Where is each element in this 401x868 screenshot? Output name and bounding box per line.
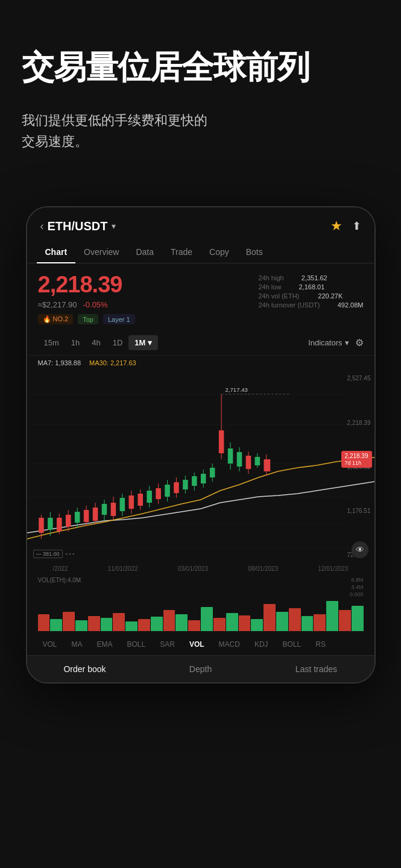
bottom-tabs: Order book Depth Last trades bbox=[27, 655, 374, 682]
ma30-label: MA30: 2,217.63 bbox=[89, 359, 136, 366]
svg-rect-7 bbox=[39, 518, 44, 533]
ind-tab-vol2[interactable]: VOL bbox=[182, 637, 212, 652]
stat-row-low: 24h low 2,168.01 bbox=[258, 283, 363, 291]
pair-symbol[interactable]: ETH/USDT bbox=[48, 219, 108, 233]
current-price-badge: 2,218.397d 11h bbox=[341, 451, 372, 468]
tab-bots[interactable]: Bots bbox=[238, 241, 271, 263]
stat-label-vol-eth: 24h vol (ETH) bbox=[258, 292, 299, 300]
vol-bar bbox=[302, 616, 314, 631]
ind-tab-ma[interactable]: MA bbox=[65, 637, 90, 652]
y-label-2: 2,218.39 bbox=[347, 420, 371, 426]
svg-rect-25 bbox=[119, 498, 125, 511]
share-icon[interactable]: ⬆ bbox=[352, 219, 361, 233]
time-15m[interactable]: 15m bbox=[38, 335, 65, 350]
svg-rect-33 bbox=[156, 488, 161, 499]
svg-text:2,717.43: 2,717.43 bbox=[225, 388, 247, 394]
svg-rect-13 bbox=[66, 515, 71, 527]
vol-bar bbox=[213, 618, 226, 631]
vol-bar bbox=[264, 604, 276, 631]
stat-value-vol-eth: 220.27K bbox=[306, 292, 343, 300]
price-sub: ≈$2,217.90 -0.05% bbox=[38, 300, 122, 309]
svg-rect-45 bbox=[209, 468, 215, 477]
chart-settings-icon[interactable]: ⚙ bbox=[355, 337, 364, 348]
chart-eye-button[interactable]: 👁 bbox=[352, 541, 368, 558]
ind-tab-sar[interactable]: SAR bbox=[153, 637, 182, 652]
svg-rect-35 bbox=[165, 485, 170, 497]
time-1m[interactable]: 1M ▾ bbox=[128, 335, 158, 350]
vol-bar bbox=[163, 610, 175, 631]
ind-tab-boll2[interactable]: BOLL bbox=[276, 637, 309, 652]
vol-bar bbox=[75, 620, 87, 631]
vol-bar bbox=[276, 612, 288, 631]
price-stats-row: 2,218.39 ≈$2,217.90 -0.05% 24h high 2,35… bbox=[27, 263, 374, 314]
bottom-tab-orderbook[interactable]: Order book bbox=[27, 656, 143, 682]
price-usd: ≈$2,217.90 bbox=[38, 300, 77, 309]
stat-value-turnover: 492.08M bbox=[327, 301, 364, 309]
svg-rect-41 bbox=[192, 476, 197, 486]
tab-data[interactable]: Data bbox=[127, 241, 162, 263]
svg-rect-29 bbox=[137, 494, 143, 506]
indicator-tabs: VOL MA EMA BOLL SAR VOL MACD KDJ BOLL RS bbox=[27, 634, 374, 655]
ind-tab-ema[interactable]: EMA bbox=[90, 637, 120, 652]
ind-tab-kdj[interactable]: KDJ bbox=[247, 637, 276, 652]
date-label-2: 11/01/2022 bbox=[108, 565, 138, 572]
phone-inner: ‹ ETH/USDT ▾ ★ ⬆ Chart Overview Data Tra… bbox=[27, 207, 374, 682]
chart-tabs: Chart Overview Data Trade Copy Bots bbox=[27, 241, 374, 263]
vol-y-zero: 0.000 bbox=[350, 591, 364, 597]
tab-overview[interactable]: Overview bbox=[75, 241, 127, 263]
bottom-price-row: — 381.00 ▪ ▪ ▪ bbox=[33, 550, 75, 558]
svg-rect-37 bbox=[174, 482, 179, 493]
favorite-icon[interactable]: ★ bbox=[330, 218, 343, 234]
stat-value-low: 2,168.01 bbox=[288, 283, 324, 291]
svg-rect-49 bbox=[227, 448, 233, 464]
tag-layer1[interactable]: Layer 1 bbox=[103, 314, 135, 324]
vol-bar bbox=[188, 620, 200, 631]
tab-trade[interactable]: Trade bbox=[162, 241, 201, 263]
vol-bar bbox=[314, 614, 326, 631]
time-4h[interactable]: 4h bbox=[86, 335, 106, 350]
ma-row: MA7: 1,938.88 MA30: 2,217.63 bbox=[27, 356, 374, 370]
hero-title: 交易量位居全球前列 bbox=[22, 48, 379, 86]
chart-area: 2,717.43 2,527.45 2,218.39 1,626.82 1,17… bbox=[27, 370, 374, 563]
time-1d[interactable]: 1D bbox=[107, 335, 129, 350]
ind-tab-vol[interactable]: VOL bbox=[36, 637, 65, 652]
tag-top[interactable]: Top bbox=[78, 314, 98, 324]
ind-tab-macd[interactable]: MACD bbox=[212, 637, 247, 652]
vol-label: VOL(ETH):4.0M bbox=[38, 577, 81, 583]
vol-bar bbox=[38, 614, 50, 631]
vol-bar bbox=[339, 610, 351, 631]
tab-chart[interactable]: Chart bbox=[37, 241, 76, 263]
ind-tab-rs[interactable]: RS bbox=[308, 637, 333, 652]
tab-copy[interactable]: Copy bbox=[201, 241, 238, 263]
vol-bar bbox=[326, 601, 338, 631]
vol-bar bbox=[63, 612, 75, 631]
svg-rect-23 bbox=[110, 503, 116, 516]
vol-y-high: 6.8M bbox=[351, 577, 363, 583]
indicators-button[interactable]: Indicators ▾ bbox=[308, 338, 349, 347]
bottom-tab-depth[interactable]: Depth bbox=[143, 656, 259, 682]
date-label-3: 03/01/2023 bbox=[178, 565, 208, 572]
back-arrow-icon[interactable]: ‹ bbox=[40, 220, 44, 233]
ind-tab-boll[interactable]: BOLL bbox=[120, 637, 153, 652]
stat-row-vol-eth: 24h vol (ETH) 220.27K bbox=[258, 292, 363, 300]
svg-rect-15 bbox=[74, 512, 80, 523]
vol-bar bbox=[113, 613, 125, 631]
hero-section: 交易量位居全球前列 我们提供更低的手续费和更快的交易速度。 bbox=[0, 0, 401, 176]
volume-section: VOL(ETH):4.0M 6.8M 3.4M 0.000 bbox=[27, 574, 374, 634]
time-1h[interactable]: 1h bbox=[65, 335, 86, 350]
pair-dropdown-icon[interactable]: ▾ bbox=[112, 221, 116, 231]
svg-rect-43 bbox=[201, 474, 206, 483]
tag-no2[interactable]: 🔥 NO.2 bbox=[38, 314, 74, 324]
stat-label-turnover: 24h turnover (USDT) bbox=[258, 301, 320, 309]
price-main: 2,218.39 bbox=[38, 272, 122, 298]
stat-value-high: 2,351.62 bbox=[291, 274, 327, 281]
y-label-1: 2,527.45 bbox=[347, 375, 371, 382]
date-labels: /2022 11/01/2022 03/01/2023 08/01/2023 1… bbox=[27, 563, 374, 574]
stat-label-high: 24h high bbox=[258, 274, 283, 281]
phone-mockup: ‹ ETH/USDT ▾ ★ ⬆ Chart Overview Data Tra… bbox=[26, 206, 376, 684]
date-label-4: 08/01/2023 bbox=[248, 565, 278, 572]
top-bar: ‹ ETH/USDT ▾ ★ ⬆ bbox=[27, 207, 374, 241]
stats-col: 24h high 2,351.62 24h low 2,168.01 24h v… bbox=[258, 272, 363, 309]
bottom-tab-lasttrades[interactable]: Last trades bbox=[259, 656, 374, 682]
ma7-label: MA7: 1,938.88 bbox=[38, 359, 81, 366]
